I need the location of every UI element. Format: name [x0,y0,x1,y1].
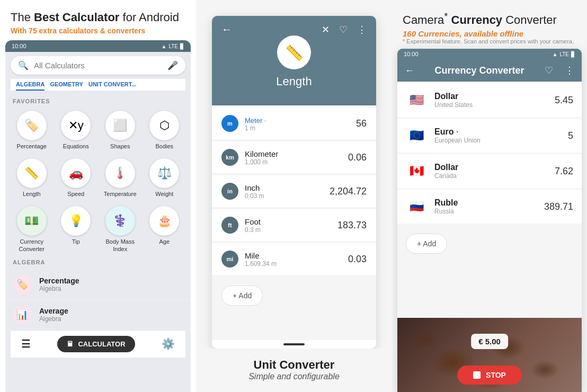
tab-algebra[interactable]: ALGEBRA [16,79,45,91]
currency-row-rub[interactable]: 🇷🇺 Ruble Russia 389.71 [397,190,582,224]
flag-eur: 🇪🇺 [406,125,427,146]
curr-heart-icon[interactable]: ♡ [545,65,553,76]
unit-sub-meter: 1 m [245,124,350,132]
fav-bmi-label: Body MassIndex [106,238,135,252]
unit-row-km[interactable]: km Kilometer 1,000 m 0.06 [212,141,376,173]
fav-bmi[interactable]: ⚕️ Body MassIndex [99,202,141,254]
add-currency-button[interactable]: + Add [406,234,447,254]
unit-type-icon: 📏 [277,35,311,69]
flag-usd: 🇺🇸 [406,90,427,111]
title-converter: Converter [502,13,557,26]
tab-geometry[interactable]: GEOMETRY [50,79,83,91]
stop-button[interactable]: STOP [457,366,522,385]
fav-bodies[interactable]: ⬡ Bodies [144,106,186,152]
curr-status-time: 10:00 [404,51,419,57]
curr-status-icons: ▲ LTE ▊ [552,51,575,57]
unit-row-mile[interactable]: mi Mile 1,609.34 m 0.03 [212,243,376,275]
curr-info-usd: Dollar United States [434,92,547,109]
unit-row-inch[interactable]: in Inch 0.03 m 2,204.72 [212,175,376,207]
fav-speed-label: Speed [67,191,84,198]
currency-row-usd[interactable]: 🇺🇸 Dollar United States 5.45 [397,83,582,117]
unit-info-mile: Mile 1,609.34 m [245,251,342,268]
close-icon[interactable]: ✕ [322,24,330,35]
fav-length-icon: 📏 [17,158,47,188]
algebra-average[interactable]: 📊 Average Algebra [5,300,191,330]
fav-weight-icon: ⚖️ [149,158,179,188]
fav-temperature[interactable]: 🌡️ Temperature [99,154,141,200]
curr-info-eur: Euro · European Union [434,127,561,144]
tab-unit-convert[interactable]: UNIT CONVERT... [88,79,136,91]
stop-btn-label: STOP [486,371,506,379]
fav-currency[interactable]: 💵 CurrencyConverter [11,202,53,254]
unit-row-meter[interactable]: m Meter · 1 m 56 [212,108,376,139]
heart-icon[interactable]: ♡ [339,24,348,35]
curr-back-icon[interactable]: ← [405,65,414,76]
calculator-icon: 🖩 [67,340,74,348]
curr-status-bar: 10:00 ▲ LTE ▊ [397,49,582,59]
title-currency: Currency [448,13,502,26]
bottom-nav: ☰ 🖩 CALCULATOR ⚙️ [11,330,185,358]
search-input[interactable]: All Calculators [34,61,162,70]
unit-info-foot: Foot 0.3 m [245,217,331,234]
fav-length-label: Length [23,191,41,198]
algebra-percentage-name: Percentage [39,277,183,285]
unit-value-mile: 0.03 [348,254,367,265]
flag-cad: 🇨🇦 [406,161,427,182]
home-indicator [283,343,305,345]
unit-sub-foot: 0.3 m [245,226,331,234]
phone-mockup-3: 10:00 ▲ LTE ▊ ← Currency Converter ♡ ⋮ 🇺… [397,49,582,392]
panel3-title: Camera* Currency Converter [403,11,576,27]
back-icon[interactable]: ← [221,23,232,35]
unit-title: Length [212,75,376,98]
curr-country-rub: Russia [434,208,537,215]
algebra-average-icon: 📊 [13,305,32,324]
panel-1: The Best Calculator for Android With 75 … [0,0,196,392]
fav-percentage[interactable]: 🏷️ Percentage [11,106,53,152]
lte-icon: LTE [168,43,178,49]
fav-weight[interactable]: ⚖️ Weight [144,154,186,200]
algebra-percentage-icon: 🏷️ [13,275,32,294]
title-camera: Camera [403,13,444,26]
algebra-average-name: Average [39,307,183,315]
curr-more-icon[interactable]: ⋮ [565,65,574,76]
fav-speed[interactable]: 🚗 Speed [55,154,97,200]
panel3-header: Camera* Currency Converter 160 Currencie… [392,0,587,49]
algebra-percentage[interactable]: 🏷️ Percentage Algebra [5,270,191,300]
unit-sub-km: 1,000 m [245,158,342,166]
settings-icon[interactable]: ⚙️ [162,337,175,350]
unit-row-foot[interactable]: ft Foot 0.3 m 183.73 [212,209,376,241]
currency-row-eur[interactable]: 🇪🇺 Euro · European Union 5 [397,119,582,153]
fav-equations[interactable]: ✕y Equations [55,106,97,152]
calculator-button[interactable]: 🖩 CALCULATOR [57,336,135,352]
calculator-btn-label: CALCULATOR [78,340,125,348]
battery-icon: ▊ [180,43,184,49]
unit-info-inch: Inch 0.03 m [245,183,323,200]
fav-equations-label: Equations [63,143,89,150]
microphone-icon: 🎤 [167,60,178,70]
currency-row-cad[interactable]: 🇨🇦 Dollar Canada 7.62 [397,154,582,188]
fav-shapes-label: Shapes [110,143,130,150]
unit-list: m Meter · 1 m 56 km Kilometer 1,000 m 0.… [212,105,376,340]
fav-tip[interactable]: 💡 Tip [55,202,97,254]
curr-value-rub: 389.71 [544,201,573,212]
algebra-label: ALGEBRA [5,255,191,268]
unit-value-meter: 56 [356,118,367,129]
menu-icon[interactable]: ☰ [21,337,31,350]
fav-shapes[interactable]: ⬜ Shapes [99,106,141,152]
header-icons: ✕ ♡ ⋮ [322,24,367,35]
fav-length[interactable]: 📏 Length [11,154,53,200]
unit-value-km: 0.06 [348,152,367,163]
fav-age[interactable]: 🎂 Age [144,202,186,254]
fav-weight-label: Weight [155,191,173,198]
currency-converter-title: Currency Converter [421,65,538,76]
phone-mockup-1: 10:00 ▲ LTE ▊ 🔍 All Calculators 🎤 ALGEBR… [5,40,191,392]
curr-name-rub: Ruble [434,198,537,208]
unit-abbr-mi: mi [221,251,238,268]
unit-value-foot: 183.73 [337,220,367,231]
panel2-footer: Unit Converter Simple and configurable [196,349,392,392]
more-icon[interactable]: ⋮ [357,24,367,35]
add-unit-button[interactable]: + Add [221,286,263,306]
search-bar[interactable]: 🔍 All Calculators 🎤 [11,56,185,75]
unit-sub-inch: 0.03 m [245,192,323,200]
unit-name-mile: Mile [245,251,342,260]
